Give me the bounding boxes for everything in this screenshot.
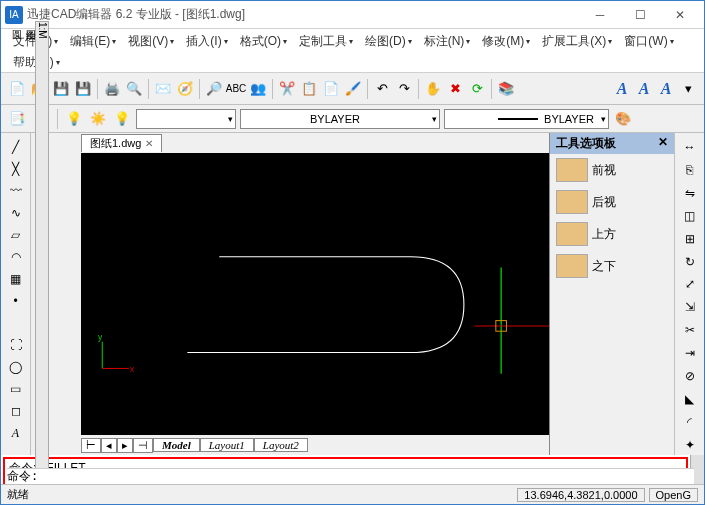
palette-header: 工具选项板 ✕ — [550, 133, 674, 154]
thumb-icon — [556, 222, 588, 246]
separator — [272, 79, 273, 99]
explorer-icon[interactable]: 🧭 — [175, 79, 195, 99]
text-a3-icon[interactable]: A — [656, 79, 676, 99]
layout-last-button[interactable]: ⊣ — [133, 438, 153, 453]
mail-icon[interactable]: ✉️ — [153, 79, 173, 99]
break-icon[interactable]: ⊘ — [679, 366, 701, 386]
main-area: ╱ ╳ 〰 ∿ ▱ ◠ ▦ • ⛶ ◯ ▭ ◻ A 1:M 绘图 圆 图纸1.d… — [1, 133, 704, 455]
menu-insert[interactable]: 插入(I)▾ — [180, 31, 233, 52]
separator — [491, 79, 492, 99]
menu-dimension[interactable]: 标注(N)▾ — [418, 31, 477, 52]
menu-window[interactable]: 窗口(W)▾ — [618, 31, 679, 52]
close-button[interactable]: ✕ — [660, 3, 700, 27]
delete-icon[interactable]: ✖ — [445, 79, 465, 99]
separator — [57, 109, 58, 129]
offset-icon[interactable]: ◫ — [679, 206, 701, 226]
find-icon[interactable]: 🔎 — [204, 79, 224, 99]
print-icon[interactable]: 🖨️ — [102, 79, 122, 99]
lineweight-combo[interactable]: BYLAYER — [444, 109, 609, 129]
menu-format[interactable]: 格式(O)▾ — [234, 31, 293, 52]
separator — [148, 79, 149, 99]
layout-tabs: ⊢ ◂ ▸ ⊣ Model Layout1 Layout2 — [31, 435, 549, 455]
statusbar: 就绪 13.6946,4.3821,0.0000 OpenG — [1, 484, 704, 504]
spell-icon[interactable]: ABC — [226, 79, 246, 99]
close-tab-icon[interactable]: ✕ — [145, 138, 153, 149]
layers-icon[interactable]: 📚 — [496, 79, 516, 99]
svg-text:y: y — [98, 332, 103, 342]
doc-tab[interactable]: 图纸1.dwg ✕ — [81, 134, 162, 152]
render-mode[interactable]: OpenG — [649, 488, 698, 502]
vertical-tabs[interactable]: 1:M 绘图 圆 — [35, 21, 49, 484]
rotate-icon[interactable]: ↻ — [679, 252, 701, 272]
layer-combo[interactable] — [136, 109, 236, 129]
redo-icon[interactable]: ↷ — [394, 79, 414, 99]
palette-item[interactable]: 后视 — [550, 186, 674, 218]
explode-icon[interactable]: ✦ — [679, 435, 701, 455]
menu-draw[interactable]: 绘图(D)▾ — [359, 31, 418, 52]
undo-icon[interactable]: ↶ — [372, 79, 392, 99]
pan-icon[interactable]: ✋ — [423, 79, 443, 99]
palette-item[interactable]: 上方 — [550, 218, 674, 250]
palette-close-icon[interactable]: ✕ — [658, 135, 668, 152]
menu-ext-tools[interactable]: 扩展工具(X)▾ — [536, 31, 618, 52]
menu-edit[interactable]: 编辑(E)▾ — [64, 31, 122, 52]
bulb-icon[interactable]: 💡 — [64, 109, 84, 129]
layout-tab-1[interactable]: Layout1 — [200, 438, 254, 452]
scale-icon[interactable]: ⤢ — [679, 275, 701, 295]
layout-prev-button[interactable]: ◂ — [101, 438, 117, 453]
thumb-icon — [556, 254, 588, 278]
copy-icon[interactable]: 📋 — [299, 79, 319, 99]
stretch-icon[interactable]: ⇲ — [679, 297, 701, 317]
sun-icon[interactable]: ☀️ — [88, 109, 108, 129]
array-icon[interactable]: ⊞ — [679, 229, 701, 249]
drop-icon[interactable]: ▾ — [678, 79, 698, 99]
layout-first-button[interactable]: ⊢ — [81, 438, 101, 453]
paste-icon[interactable]: 📄 — [321, 79, 341, 99]
maximize-button[interactable]: ☐ — [620, 3, 660, 27]
right-panels: 工具选项板 ✕ 前视 后视 上方 之下 ↔ ⎘ ⇋ ◫ ⊞ ↻ ⤢ ⇲ ✂ ⇥ … — [549, 133, 704, 455]
text-a2-icon[interactable]: A — [634, 79, 654, 99]
extend-icon[interactable]: ⇥ — [679, 343, 701, 363]
trim-icon[interactable]: ✂ — [679, 320, 701, 340]
palette-item[interactable]: 前视 — [550, 154, 674, 186]
saveall-icon[interactable]: 💾 — [73, 79, 93, 99]
canvas-svg: x y — [81, 153, 549, 435]
color-icon[interactable]: 🎨 — [613, 109, 633, 129]
linetype-combo[interactable]: BYLAYER — [240, 109, 440, 129]
layout-next-button[interactable]: ▸ — [117, 438, 133, 453]
separator — [199, 79, 200, 99]
layout-tab-model[interactable]: Model — [153, 438, 200, 452]
preview-icon[interactable]: 🔍 — [124, 79, 144, 99]
fillet-icon[interactable]: ◜ — [679, 412, 701, 432]
document-tabs: 图纸1.dwg ✕ — [31, 133, 549, 153]
copy2-icon[interactable]: ⎘ — [679, 160, 701, 180]
standard-toolbar: 📄 📂 💾 💾 🖨️ 🔍 ✉️ 🧭 🔎 ABC 👥 ✂️ 📋 📄 🖌️ ↶ ↷ … — [1, 73, 704, 105]
doc-tab-label: 图纸1.dwg — [90, 136, 141, 151]
menu-custom-tools[interactable]: 定制工具▾ — [293, 31, 359, 52]
thumb-icon — [556, 190, 588, 214]
status-text: 就绪 — [7, 487, 29, 502]
match-icon[interactable]: 🖌️ — [343, 79, 363, 99]
save-icon[interactable]: 💾 — [51, 79, 71, 99]
layout-tab-2[interactable]: Layout2 — [254, 438, 308, 452]
properties-toolbar: 📑 ▾ 💡 ☀️ 💡 BYLAYER BYLAYER 🎨 — [1, 105, 704, 133]
window-title: 迅捷CAD编辑器 6.2 专业版 - [图纸1.dwg] — [27, 6, 580, 23]
refresh-icon[interactable]: ⟳ — [467, 79, 487, 99]
move-icon[interactable]: ↔ — [679, 137, 701, 157]
titlebar: IA 迅捷CAD编辑器 6.2 专业版 - [图纸1.dwg] ─ ☐ ✕ — [1, 1, 704, 29]
command-input[interactable]: 命令: — [7, 468, 688, 484]
audit-icon[interactable]: 👥 — [248, 79, 268, 99]
palette-title: 工具选项板 — [556, 135, 616, 152]
cut-icon[interactable]: ✂️ — [277, 79, 297, 99]
center-area: 1:M 绘图 圆 图纸1.dwg ✕ x y ⊢ ◂ — [31, 133, 549, 455]
chamfer-icon[interactable]: ◣ — [679, 389, 701, 409]
bulb2-icon[interactable]: 💡 — [112, 109, 132, 129]
palette-item[interactable]: 之下 — [550, 250, 674, 282]
separator — [418, 79, 419, 99]
minimize-button[interactable]: ─ — [580, 3, 620, 27]
menu-view[interactable]: 视图(V)▾ — [122, 31, 180, 52]
mirror-icon[interactable]: ⇋ — [679, 183, 701, 203]
text-a-icon[interactable]: A — [612, 79, 632, 99]
drawing-canvas[interactable]: x y — [81, 153, 549, 435]
menu-modify[interactable]: 修改(M)▾ — [476, 31, 536, 52]
